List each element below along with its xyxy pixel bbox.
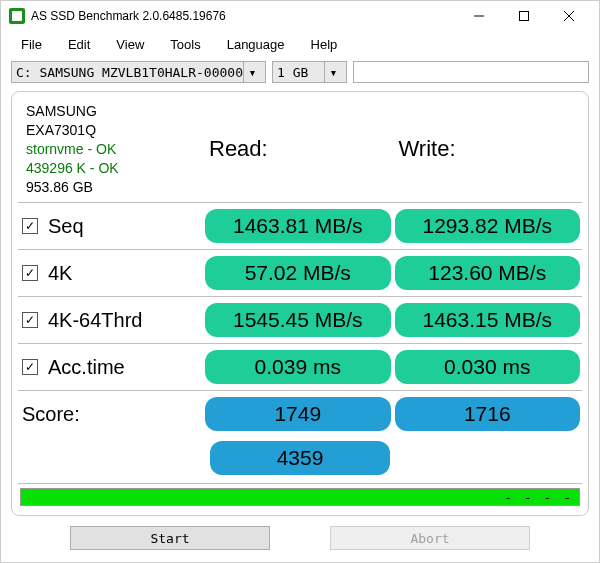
k4-read-value: 57.02 MB/s <box>205 256 391 290</box>
acc-checkbox[interactable] <box>22 359 38 375</box>
score-write-cell: 1716 <box>393 391 583 437</box>
title-bar: AS SSD Benchmark 2.0.6485.19676 <box>1 1 599 31</box>
header-write: Write: <box>393 96 583 203</box>
svg-rect-1 <box>519 12 528 21</box>
results-grid: SAMSUNG EXA7301Q stornvme - OK 439296 K … <box>18 96 582 484</box>
k4-label: 4K <box>48 262 72 285</box>
menu-file[interactable]: File <box>11 35 52 54</box>
app-window: AS SSD Benchmark 2.0.6485.19676 File Edi… <box>0 0 600 563</box>
chevron-down-icon: ▾ <box>324 62 342 82</box>
row-total: 4359 <box>18 437 582 484</box>
seq-write-cell: 1293.82 MB/s <box>393 203 583 250</box>
close-icon <box>564 11 574 21</box>
k4-write-cell: 123.60 MB/s <box>393 250 583 297</box>
drive-serial: EXA7301Q <box>26 121 96 140</box>
seq-read-value: 1463.81 MB/s <box>205 209 391 243</box>
drive-info: SAMSUNG EXA7301Q stornvme - OK 439296 K … <box>18 96 203 203</box>
acc-read-value: 0.039 ms <box>205 350 391 384</box>
minimize-button[interactable] <box>456 1 501 31</box>
results-panel: SAMSUNG EXA7301Q stornvme - OK 439296 K … <box>11 91 589 516</box>
drive-capacity: 953.86 GB <box>26 178 93 197</box>
k464-checkbox[interactable] <box>22 312 38 328</box>
acc-read-cell: 0.039 ms <box>203 344 393 391</box>
seq-read-cell: 1463.81 MB/s <box>203 203 393 250</box>
menu-view[interactable]: View <box>106 35 154 54</box>
alignment-status: 439296 K - OK <box>26 159 119 178</box>
k464-read-cell: 1545.45 MB/s <box>203 297 393 344</box>
acc-write-cell: 0.030 ms <box>393 344 583 391</box>
score-label: Score: <box>22 403 80 426</box>
k4-write-value: 123.60 MB/s <box>395 256 581 290</box>
chevron-down-icon: ▾ <box>243 62 261 82</box>
k464-write-value: 1463.15 MB/s <box>395 303 581 337</box>
k464-read-value: 1545.45 MB/s <box>205 303 391 337</box>
window-title: AS SSD Benchmark 2.0.6485.19676 <box>31 9 456 23</box>
acc-write-value: 0.030 ms <box>395 350 581 384</box>
k464-label: 4K-64Thrd <box>48 309 143 332</box>
header-read: Read: <box>203 96 393 203</box>
k4-read-cell: 57.02 MB/s <box>203 250 393 297</box>
window-controls <box>456 1 591 31</box>
menu-tools[interactable]: Tools <box>160 35 210 54</box>
score-read-cell: 1749 <box>203 391 393 437</box>
drive-select-value: C: SAMSUNG MZVLB1T0HALR-00000 <box>16 65 243 80</box>
progress-bar: - - - - <box>20 488 580 506</box>
row-acc: Acc.time <box>18 344 203 391</box>
app-icon <box>9 8 25 24</box>
size-select[interactable]: 1 GB ▾ <box>272 61 347 83</box>
progress-marks: - - - - <box>504 489 573 505</box>
minimize-icon <box>474 11 484 21</box>
drive-select[interactable]: C: SAMSUNG MZVLB1T0HALR-00000 ▾ <box>11 61 266 83</box>
score-write-value: 1716 <box>395 397 581 431</box>
score-total-value: 4359 <box>210 441 390 475</box>
size-select-value: 1 GB <box>277 65 308 80</box>
seq-checkbox[interactable] <box>22 218 38 234</box>
score-read-value: 1749 <box>205 397 391 431</box>
close-button[interactable] <box>546 1 591 31</box>
start-button[interactable]: Start <box>70 526 270 550</box>
driver-status: stornvme - OK <box>26 140 116 159</box>
abort-button: Abort <box>330 526 530 550</box>
menu-bar: File Edit View Tools Language Help <box>1 31 599 57</box>
selector-bar: C: SAMSUNG MZVLB1T0HALR-00000 ▾ 1 GB ▾ <box>1 57 599 87</box>
acc-label: Acc.time <box>48 356 125 379</box>
maximize-button[interactable] <box>501 1 546 31</box>
row-seq: Seq <box>18 203 203 250</box>
seq-label: Seq <box>48 215 84 238</box>
menu-help[interactable]: Help <box>301 35 348 54</box>
menu-edit[interactable]: Edit <box>58 35 100 54</box>
bottom-bar: Start Abort <box>1 522 599 562</box>
k4-checkbox[interactable] <box>22 265 38 281</box>
row-score: Score: <box>18 391 203 437</box>
row-4k64: 4K-64Thrd <box>18 297 203 344</box>
empty-field[interactable] <box>353 61 589 83</box>
menu-language[interactable]: Language <box>217 35 295 54</box>
drive-model: SAMSUNG <box>26 102 97 121</box>
row-4k: 4K <box>18 250 203 297</box>
seq-write-value: 1293.82 MB/s <box>395 209 581 243</box>
maximize-icon <box>519 11 529 21</box>
k464-write-cell: 1463.15 MB/s <box>393 297 583 344</box>
